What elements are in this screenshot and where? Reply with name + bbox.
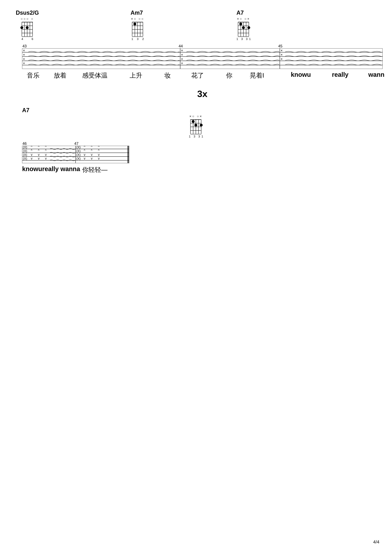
svg-text:^: ^ (38, 149, 40, 152)
lyric-knowureallywanna: knowureally wanna (22, 165, 80, 173)
svg-text:v: v (31, 157, 32, 160)
svg-text:(X): (X) (23, 153, 27, 157)
chord-grid-a7-row2 (189, 119, 203, 135)
svg-text:×: × (181, 48, 183, 52)
lyric-感受体温: 感受体温 (82, 71, 107, 80)
chord-a7-row2: A7 ×○ ○× 1331 (22, 107, 370, 138)
chord-am7: Am7 ×○ ○○ 132 (131, 9, 145, 41)
lyric-knowu: knowu (291, 71, 311, 78)
svg-text:×: × (280, 57, 283, 61)
lyric-你轻轻: 你轻轻— (82, 165, 107, 174)
lyric-晃着I: 晃着I (250, 71, 264, 80)
svg-text:×: × (181, 61, 183, 65)
svg-text:^: ^ (31, 149, 32, 152)
measure-43: 43 (22, 44, 27, 48)
svg-text:^: ^ (45, 146, 47, 148)
svg-text:(X): (X) (23, 157, 27, 160)
chord-grid-dsus2g (20, 21, 35, 37)
chord-openmute-dsus2g: ○○○ ○ (21, 17, 34, 21)
svg-point-23 (133, 23, 136, 25)
repeat-marker: 3x (22, 89, 383, 99)
chord-name-a7-row1: A7 (237, 9, 244, 16)
lyric-wann: wann (368, 71, 385, 78)
chord-openmute-a7-row2: ×○ ○× (189, 115, 203, 118)
svg-text:v: v (98, 157, 100, 160)
measure-47: 47 (74, 141, 78, 146)
svg-text:×: × (23, 48, 25, 52)
chord-openmute-am7: ×○ ○○ (131, 17, 144, 21)
svg-text:×: × (181, 53, 183, 57)
svg-text:v: v (45, 153, 47, 156)
svg-text:×: × (181, 57, 183, 61)
svg-text:v: v (38, 157, 40, 160)
lyric-音乐: 音乐 (27, 71, 40, 80)
page-number: 4/4 (373, 540, 379, 545)
chord-name-a7-row2: A7 (22, 107, 29, 114)
svg-point-11 (20, 26, 23, 29)
chord-section-row1: Dsus2/G ○○○ ○ 46 (13, 9, 379, 41)
svg-point-36 (247, 26, 250, 29)
svg-point-78 (194, 124, 197, 126)
chord-fretnum-a7-row1: 1331 (237, 37, 251, 41)
chord-dsus2g: Dsus2/G ○○○ ○ 46 (16, 9, 39, 41)
lyric-上升: 上升 (130, 71, 142, 80)
svg-text:v: v (98, 153, 100, 156)
svg-text:(X): (X) (76, 157, 81, 160)
svg-text:v: v (91, 153, 92, 156)
lyric-妆: 妆 (164, 71, 171, 80)
svg-text:^: ^ (91, 149, 92, 152)
tab-area-row1: 43 44 45 T A B × × × × (22, 44, 379, 69)
tab-staff-row1: T A B × × × × × × × × (22, 48, 383, 69)
chord-name-dsus2g: Dsus2/G (16, 9, 39, 16)
svg-text:×: × (280, 48, 283, 52)
lyric-花了: 花了 (191, 71, 204, 80)
svg-text:^: ^ (84, 146, 85, 148)
svg-point-35 (242, 26, 245, 29)
measure-numbers-row1: 43 44 45 (22, 44, 383, 48)
svg-text:v: v (45, 157, 47, 160)
svg-text:^: ^ (45, 149, 47, 152)
svg-text:v: v (84, 157, 85, 160)
svg-point-79 (200, 124, 203, 126)
chord-fretnum-a7-row2: 1331 (189, 135, 203, 138)
measure-numbers-row2: 46 47 (22, 141, 130, 146)
measure-45: 45 (278, 44, 282, 48)
chord-a7-row1: A7 ×○ ○× 1331 (237, 9, 251, 41)
svg-text:(X): (X) (76, 149, 81, 153)
svg-text:v: v (84, 153, 85, 156)
svg-point-34 (239, 23, 242, 25)
svg-text:(X): (X) (23, 146, 27, 149)
tab-area-row2: 46 47 (X) (X) (X) (X) (22, 141, 379, 164)
chord-fretnum-am7: 132 (132, 37, 144, 41)
lyric-你: 你 (226, 71, 232, 80)
chord-grid-am7 (131, 21, 145, 37)
measure-44: 44 (179, 44, 183, 48)
svg-text:^: ^ (84, 149, 85, 152)
svg-text:(X): (X) (23, 149, 27, 153)
svg-text:v: v (31, 153, 32, 156)
lyric-really: really (332, 71, 349, 78)
svg-point-77 (192, 120, 195, 123)
svg-text:^: ^ (98, 146, 100, 148)
svg-text:^: ^ (98, 149, 100, 152)
svg-text:^: ^ (38, 146, 40, 148)
svg-text:^: ^ (31, 146, 32, 148)
lyrics-row1: 音乐 放着 感受体温 上升 妆 花了 你 晃着I knowu really wa… (22, 71, 383, 82)
svg-text:(X): (X) (76, 153, 81, 157)
section2: A7 ×○ ○× 1331 (13, 107, 379, 176)
chord-name-am7: Am7 (131, 9, 143, 16)
chord-fretnum-dsus2g: 46 (21, 37, 33, 41)
chord-openmute-a7-row1: ×○ ○× (237, 17, 250, 21)
svg-text:v: v (38, 153, 40, 156)
svg-text:×: × (23, 53, 25, 57)
svg-text:×: × (23, 57, 25, 61)
svg-text:(X): (X) (76, 146, 81, 149)
svg-text:×: × (280, 53, 283, 57)
svg-text:v: v (91, 157, 92, 160)
chord-grid-a7-row1 (237, 21, 251, 37)
lyrics-row2: knowureally wanna 你轻轻— (22, 165, 130, 176)
lyric-放着: 放着 (54, 71, 66, 80)
page: Dsus2/G ○○○ ○ 46 (0, 0, 392, 554)
svg-point-12 (26, 26, 29, 29)
svg-text:^: ^ (91, 146, 92, 148)
